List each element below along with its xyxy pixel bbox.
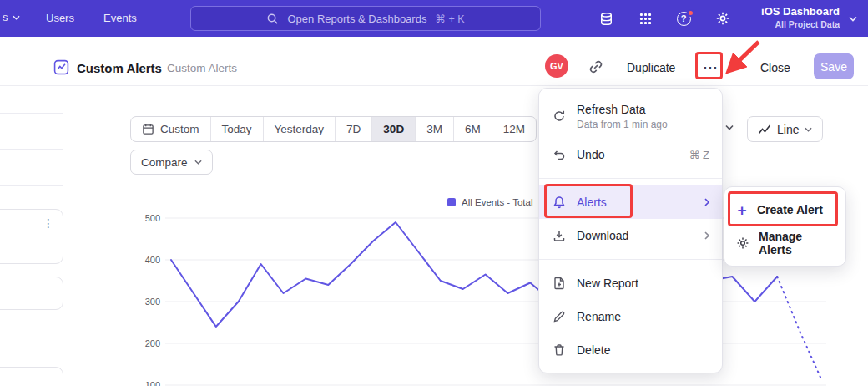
help-glyph: ? xyxy=(681,13,687,23)
chevron-down-icon xyxy=(194,160,202,165)
svg-text:100: 100 xyxy=(145,380,160,386)
download-icon xyxy=(552,229,567,242)
nav-item-users[interactable]: Users xyxy=(46,12,74,24)
menu-item-rename[interactable]: Rename xyxy=(539,300,722,333)
avatar[interactable]: GV xyxy=(545,54,568,78)
chart-type-label: Line xyxy=(777,123,799,136)
help-icon[interactable]: ? xyxy=(675,10,692,27)
refresh-icon xyxy=(552,109,567,123)
menu-sublabel: Data from 1 min ago xyxy=(577,119,668,130)
breadcrumb: Custom Alerts xyxy=(167,62,237,74)
date-range-6m[interactable]: 6M xyxy=(453,117,492,141)
menu-divider xyxy=(539,259,722,260)
menu-label: Rename xyxy=(577,310,621,323)
chevron-down-icon xyxy=(805,127,812,132)
report-card[interactable]: ⋮ xyxy=(0,209,63,264)
share-link-icon[interactable] xyxy=(588,59,603,74)
nav-item-events[interactable]: Events xyxy=(103,12,137,24)
svg-text:200: 200 xyxy=(145,338,160,348)
date-range-yesterday[interactable]: Yesterday xyxy=(263,117,336,141)
line-chart-icon xyxy=(758,123,771,136)
sidebar-divider xyxy=(0,149,63,150)
top-navigation-bar: s Users Events Open Reports & Dashboards… xyxy=(0,0,868,37)
kebab-menu-icon[interactable]: ⋮ xyxy=(43,216,54,230)
menu-label: Download xyxy=(577,229,628,242)
sidebar-divider xyxy=(0,113,63,114)
nav-partial-label: s xyxy=(3,11,8,23)
svg-text:300: 300 xyxy=(145,297,160,307)
help-circle: ? xyxy=(677,12,691,26)
legend-item[interactable]: All Events - Total xyxy=(447,197,532,207)
settings-gear-icon[interactable] xyxy=(714,10,731,27)
menu-item-new-report[interactable]: New Report xyxy=(539,267,722,300)
menu-item-download[interactable]: Download xyxy=(539,219,722,252)
project-switcher[interactable]: iOS Dashboard All Project Data xyxy=(761,5,840,29)
chevron-down-icon xyxy=(13,15,20,20)
annotation-rect-alerts xyxy=(544,184,633,218)
date-range-30d[interactable]: 30D xyxy=(371,117,415,141)
search-shortcut: ⌘ + K xyxy=(435,13,464,25)
annotation-arrow xyxy=(719,33,770,79)
search-placeholder: Open Reports & Dashboards xyxy=(287,13,426,25)
svg-text:500: 500 xyxy=(145,213,160,223)
chevron-down-icon xyxy=(849,16,857,22)
submenu-label: Manage Alerts xyxy=(759,230,835,256)
nav-item-partial[interactable]: s xyxy=(3,11,20,23)
trash-icon xyxy=(552,343,567,357)
date-range-7d[interactable]: 7D xyxy=(335,117,371,141)
data-management-icon[interactable] xyxy=(598,10,614,27)
date-range-3m[interactable]: 3M xyxy=(415,117,453,141)
menu-shortcut: ⌘ Z xyxy=(689,149,709,161)
chart-type-selector[interactable]: Line xyxy=(747,116,823,142)
sidebar-divider xyxy=(0,185,63,186)
date-range-12m[interactable]: 12M xyxy=(492,117,536,141)
menu-divider xyxy=(539,178,722,179)
hidden-control-chevron[interactable] xyxy=(725,124,734,130)
svg-text:400: 400 xyxy=(145,255,160,265)
compare-label: Compare xyxy=(141,156,188,169)
menu-label: Delete xyxy=(577,343,610,357)
project-subtitle: All Project Data xyxy=(761,19,840,29)
date-range-custom[interactable]: Custom xyxy=(131,117,210,141)
project-name: iOS Dashboard xyxy=(761,5,840,18)
legend-label: All Events - Total xyxy=(462,197,532,207)
submenu-item-manage-alerts[interactable]: Manage Alerts xyxy=(724,226,845,260)
global-search-input[interactable]: Open Reports & Dashboards ⌘ + K xyxy=(190,6,541,31)
gear-icon xyxy=(735,236,750,250)
chevron-right-icon xyxy=(704,231,709,240)
report-actions-menu: Refresh Data Data from 1 min ago Undo ⌘ … xyxy=(538,88,723,373)
save-button[interactable]: Save xyxy=(814,53,854,79)
apps-grid-icon[interactable] xyxy=(637,10,654,27)
date-range-control: Custom Today Yesterday 7D 30D 3M 6M 12M xyxy=(130,116,537,142)
menu-label: Refresh Data xyxy=(577,103,668,116)
calendar-icon xyxy=(142,123,154,135)
report-card[interactable] xyxy=(0,367,63,386)
duplicate-button[interactable]: Duplicate xyxy=(627,61,675,74)
page-title: Custom Alerts xyxy=(77,61,162,75)
menu-item-undo[interactable]: Undo ⌘ Z xyxy=(539,138,722,171)
annotation-rect-create-alert xyxy=(728,191,838,226)
chevron-right-icon xyxy=(704,198,709,206)
menu-label: Undo xyxy=(577,148,604,161)
pencil-icon xyxy=(552,310,567,323)
search-icon xyxy=(266,13,279,25)
compare-button[interactable]: Compare xyxy=(130,150,213,175)
notification-dot xyxy=(687,9,694,17)
undo-icon xyxy=(552,148,567,161)
menu-label: New Report xyxy=(577,277,638,290)
legend-swatch xyxy=(447,198,456,206)
report-card[interactable] xyxy=(0,277,63,310)
dashboard-sidebar: ⋮ xyxy=(0,86,83,386)
menu-item-refresh-data[interactable]: Refresh Data Data from 1 min ago xyxy=(539,94,722,138)
menu-item-delete[interactable]: Delete xyxy=(539,333,722,367)
date-range-today[interactable]: Today xyxy=(210,117,263,141)
new-report-icon xyxy=(552,277,567,290)
date-range-custom-label: Custom xyxy=(160,123,199,135)
dashboard-chart-icon xyxy=(53,59,69,75)
